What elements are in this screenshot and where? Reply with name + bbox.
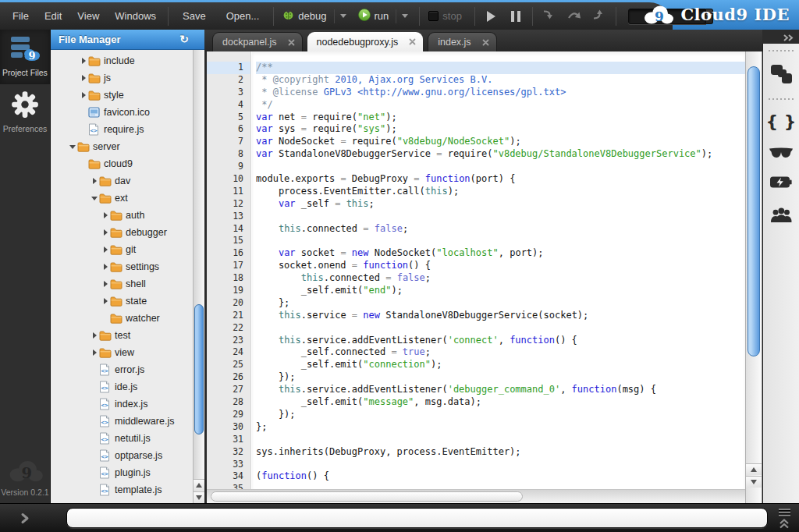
code-line-20[interactable]: }; [256, 297, 745, 310]
line-number[interactable]: 28 [207, 396, 250, 409]
code-line-1[interactable]: /** [256, 62, 745, 74]
line-number[interactable]: 26 [207, 371, 250, 384]
tree-item-netutil.js[interactable]: <>netutil.js [51, 430, 193, 447]
expand-up-icon[interactable] [776, 518, 793, 532]
code-line-14[interactable]: this.connected = false; [256, 223, 745, 236]
line-number[interactable]: 22 [207, 322, 250, 335]
command-input[interactable] [66, 508, 768, 528]
code-line-19[interactable]: _self.emit("end"); [256, 285, 745, 297]
code-line-35[interactable] [256, 483, 745, 489]
code-line-16[interactable]: var socket = new NodeSocket("localhost",… [256, 247, 745, 260]
sidebar-item-project-files[interactable]: 9 Project Files [0, 30, 50, 84]
code-line-33[interactable] [256, 459, 745, 471]
editor-scroll-down-button[interactable] [746, 476, 762, 488]
editor-horizontal-scrollbar[interactable] [207, 489, 745, 503]
menu-view[interactable]: View [69, 2, 107, 30]
line-number[interactable]: 35 [207, 483, 250, 489]
line-number[interactable]: 19 [207, 285, 250, 297]
code-line-7[interactable]: var NodeSocket = require("v8debug/NodeSo… [256, 136, 745, 148]
line-number[interactable]: 1 [207, 62, 250, 74]
line-number[interactable]: 6 [207, 123, 250, 136]
line-number[interactable]: 7 [207, 136, 250, 148]
code-line-22[interactable] [256, 322, 745, 335]
step-out-icon[interactable] [592, 9, 606, 23]
tree-item-style[interactable]: style [51, 87, 193, 104]
line-number[interactable]: 29 [207, 409, 250, 421]
tree-expand-icon[interactable] [101, 281, 110, 287]
tree-expand-icon[interactable] [90, 349, 99, 356]
line-number[interactable]: 9 [207, 161, 250, 173]
tree-expand-icon[interactable] [101, 212, 110, 218]
menu-file[interactable]: File [5, 2, 37, 30]
tree-expand-icon[interactable] [101, 264, 110, 270]
tree-item-debugger[interactable]: debugger [51, 224, 193, 241]
code-line-10[interactable]: module.exports = DebugProxy = function(p… [256, 173, 745, 186]
code-line-23[interactable]: this.service.addEventListener('connect',… [256, 335, 745, 347]
line-number[interactable]: 2 [207, 74, 250, 87]
tree-expand-icon[interactable] [101, 229, 110, 236]
tree-item-error.js[interactable]: <>error.js [51, 361, 193, 378]
editor-gutter[interactable]: 1234567891011121314151617181920212223242… [207, 51, 251, 489]
code-line-17[interactable]: socket.onend = function() { [256, 260, 745, 272]
code-line-4[interactable]: */ [256, 99, 745, 112]
tab-close-icon[interactable] [482, 39, 489, 46]
line-number[interactable]: 33 [207, 459, 250, 471]
prompt-chevron-icon[interactable] [20, 512, 30, 527]
tree-item-dav[interactable]: dav [51, 172, 193, 190]
open-button[interactable]: Open... [216, 2, 270, 30]
code-line-25[interactable]: _self.emit("connection"); [256, 359, 745, 371]
tree-expand-icon[interactable] [90, 332, 99, 339]
tree-expand-icon[interactable] [79, 58, 88, 64]
tree-item-auth[interactable]: auth [51, 207, 193, 224]
line-number[interactable]: 24 [207, 346, 250, 359]
editor-code-area[interactable]: /** * @copyright 2010, Ajax.org Services… [252, 51, 745, 489]
menu-windows[interactable]: Windows [107, 2, 164, 30]
tree-scrollbar-thumb[interactable] [194, 304, 204, 434]
tree-scrollbar[interactable] [193, 50, 204, 503]
tree-collapse-icon[interactable] [68, 145, 77, 149]
code-line-11[interactable]: process.EventEmitter.call(this); [256, 186, 745, 198]
tree-item-ext[interactable]: ext [51, 190, 193, 207]
line-number[interactable]: 3 [207, 87, 250, 99]
stop-button[interactable]: stop [428, 10, 466, 22]
tab-index.js[interactable]: index.js [428, 32, 496, 51]
menu-edit[interactable]: Edit [37, 2, 69, 30]
tree-item-optparse.js[interactable]: <>optparse.js [51, 447, 193, 464]
code-line-31[interactable] [256, 434, 745, 446]
code-line-8[interactable]: var StandaloneV8DebuggerService = requir… [256, 148, 745, 161]
editor-vscroll-thumb[interactable] [748, 66, 760, 356]
code-line-6[interactable]: var sys = require("sys"); [256, 123, 745, 136]
save-button[interactable]: Save [172, 2, 216, 30]
tree-item-plugin.js[interactable]: <>plugin.js [51, 464, 193, 481]
line-number[interactable]: 8 [207, 148, 250, 161]
tree-item-middleware.js[interactable]: <>middleware.js [51, 413, 193, 430]
line-number[interactable]: 18 [207, 272, 250, 285]
code-line-9[interactable] [256, 161, 745, 173]
code-line-27[interactable]: this.service.addEventListener('debugger_… [256, 384, 745, 396]
line-number[interactable]: 23 [207, 335, 250, 347]
code-line-34[interactable]: (function() { [256, 470, 745, 483]
debug-dropdown-icon[interactable] [340, 14, 346, 18]
code-line-32[interactable]: sys.inherits(DebugProxy, process.EventEm… [256, 446, 745, 459]
tree-item-settings[interactable]: settings [51, 258, 193, 275]
tree-item-include[interactable]: include [51, 52, 193, 69]
tree-expand-icon[interactable] [101, 298, 110, 304]
tree-item-git[interactable]: git [51, 241, 193, 258]
tree-item-shell[interactable]: shell [51, 275, 193, 293]
line-number[interactable]: 13 [207, 211, 250, 223]
line-number[interactable]: 5 [207, 112, 250, 124]
code-line-26[interactable]: }); [256, 371, 745, 384]
code-line-2[interactable]: * @copyright 2010, Ajax.org Services B.V… [256, 74, 745, 87]
tree-expand-icon[interactable] [79, 75, 88, 81]
tab-close-icon[interactable] [288, 39, 295, 46]
sidebar-item-preferences[interactable]: Preferences [0, 84, 50, 140]
line-number[interactable]: 31 [207, 434, 250, 446]
code-line-3[interactable]: * @license GPLv3 <http://www.gnu.org/lic… [256, 87, 745, 99]
editor-vertical-scrollbar[interactable] [745, 51, 762, 503]
editor-hscroll-thumb[interactable] [211, 491, 523, 502]
tree-item-require.js[interactable]: <>require.js [51, 121, 193, 138]
line-number[interactable]: 34 [207, 470, 250, 483]
line-number[interactable]: 12 [207, 198, 250, 211]
code-editor[interactable]: 1234567891011121314151617181920212223242… [204, 51, 745, 503]
tree-scroll-up-button[interactable] [194, 479, 204, 491]
